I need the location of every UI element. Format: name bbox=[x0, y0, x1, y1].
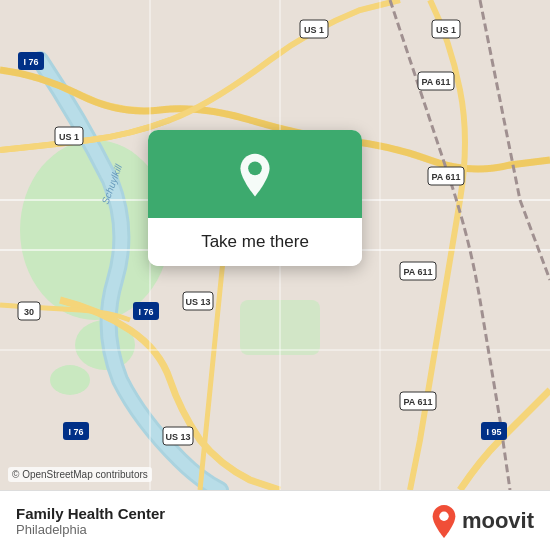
svg-text:US 13: US 13 bbox=[185, 297, 210, 307]
svg-text:I 76: I 76 bbox=[23, 57, 38, 67]
location-info: Family Health Center Philadelphia bbox=[16, 505, 165, 537]
svg-point-41 bbox=[439, 511, 448, 520]
moovit-label: moovit bbox=[462, 508, 534, 534]
svg-point-40 bbox=[248, 161, 262, 175]
moovit-logo: moovit bbox=[430, 504, 534, 538]
location-pin-icon bbox=[231, 152, 279, 200]
osm-attribution: © OpenStreetMap contributors bbox=[8, 467, 152, 482]
popup-green-area bbox=[148, 130, 362, 218]
svg-text:US 1: US 1 bbox=[304, 25, 324, 35]
svg-point-3 bbox=[50, 365, 90, 395]
location-city: Philadelphia bbox=[16, 522, 165, 537]
svg-text:I 95: I 95 bbox=[486, 427, 501, 437]
location-name: Family Health Center bbox=[16, 505, 165, 522]
info-bar: Family Health Center Philadelphia moovit bbox=[0, 490, 550, 550]
svg-text:PA 611: PA 611 bbox=[403, 397, 432, 407]
svg-text:I 76: I 76 bbox=[68, 427, 83, 437]
take-me-there-button[interactable]: Take me there bbox=[148, 218, 362, 266]
svg-text:I 76: I 76 bbox=[138, 307, 153, 317]
svg-text:PA 611: PA 611 bbox=[431, 172, 460, 182]
moovit-pin-icon bbox=[430, 504, 458, 538]
svg-text:US 1: US 1 bbox=[59, 132, 79, 142]
map-container[interactable]: I 76 US 1 US 1 US 1 PA 611 PA 611 PA 611… bbox=[0, 0, 550, 490]
svg-text:PA 611: PA 611 bbox=[421, 77, 450, 87]
svg-text:30: 30 bbox=[24, 307, 34, 317]
popup-card: Take me there bbox=[148, 130, 362, 266]
svg-text:US 13: US 13 bbox=[165, 432, 190, 442]
svg-text:US 1: US 1 bbox=[436, 25, 456, 35]
svg-text:PA 611: PA 611 bbox=[403, 267, 432, 277]
